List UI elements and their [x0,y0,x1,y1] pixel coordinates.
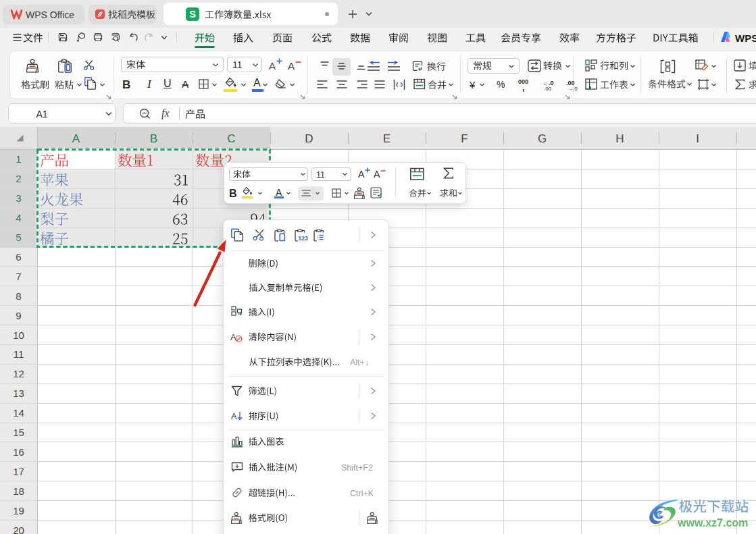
svg-text:A: A [230,332,236,342]
svg-text:123: 123 [298,235,308,242]
svg-text:→.0: →.0 [568,86,578,91]
svg-text:S: S [189,9,196,20]
svg-text:A: A [231,411,237,421]
svg-text:.00: .00 [544,86,552,91]
